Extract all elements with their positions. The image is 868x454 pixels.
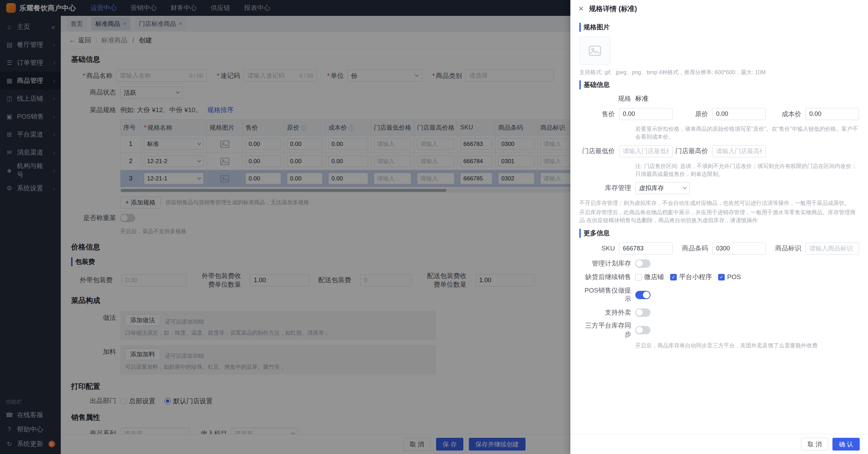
spec-image-section-title: 规格图片 [579,23,859,32]
sync-label: 三方平台库存同步 [579,322,631,338]
plan-stock-label: 管理计划库存 [579,259,631,268]
price-range-note: 注: 门店售价区间: 选填，不填则不允许门店改价；填写则允许有权限的门店在区间内… [635,162,859,178]
sku-label: SKU [579,245,615,252]
oos-option-label: 微店铺 [644,273,664,282]
drawer-barcode-input[interactable] [712,243,766,255]
oos-mini-program[interactable]: 平台小程序 [670,273,712,282]
store-max-label: 门店最高价 [673,147,708,156]
drawer-title: 规格详情 (标准) [589,4,637,13]
stock-note-2: 开启库存管理后，此商品将在物品档案中展示，并应用于进销存管理，一般用于酒水等零售… [579,208,859,224]
drawer-orig-price-input[interactable] [712,108,766,120]
oos-micro-shop[interactable]: 微店铺 [635,273,664,282]
drawer-sku-input[interactable] [619,243,673,255]
pos-hint-label: POS销售仅做提示 [579,286,631,303]
cost-price-label: 成本价 [766,110,801,119]
pos-hint-toggle[interactable] [635,291,650,299]
checkbox-icon [635,274,642,280]
spec-detail-drawer: × 规格详情 (标准) 规格图片 支持格式: gif、jpeg、png、bmp … [570,0,868,454]
checkbox-icon [718,274,725,280]
stock-mgmt-label: 库存管理 [579,184,631,193]
drawer-cancel-button[interactable]: 取 消 [801,438,828,451]
takeaway-label: 支持外卖 [579,308,631,317]
price-label: 售价 [579,110,615,119]
image-format-note: 支持格式: gif、jpeg、png、bmp 4种格式，推荐分辨率: 600*6… [579,68,859,76]
sync-note: 开启后，商品库存将自动同步至三方平台，美团外卖及饿了么需要额外收费 [635,342,859,349]
drawer-price-input[interactable] [619,108,673,120]
stock-mgmt-value: 虚拟库存 [639,184,664,192]
drawer-cost-price-input[interactable] [806,108,859,120]
drawer-header: × 规格详情 (标准) [570,0,868,17]
drawer-footer: 取 消 确 认 [570,434,868,454]
orig-price-label: 原价 [673,110,708,119]
drawer-store-min-input[interactable] [619,145,673,157]
drawer-close-icon[interactable]: × [579,4,584,13]
store-min-label: 门店最低价 [579,147,615,156]
sync-toggle[interactable] [635,326,650,334]
oos-option-label: POS [727,273,741,281]
mark-label: 商品标识 [766,244,801,253]
checkbox-icon [670,274,677,280]
price-note: 若要显示折扣价格，请将商品的原始价格填写至“原价”。在“售价”中输入较低的价格。… [635,125,859,141]
oos-options: 微店铺 平台小程序 POS [635,273,741,282]
drawer-mark-input[interactable] [806,243,859,255]
stock-note-1: 不开启库存管理：则为虚拟库存，不会自动生成对应物品，也依然可以进行沽清等操作，一… [579,199,859,207]
drawer-confirm-button[interactable]: 确 认 [832,438,860,451]
chevron-down-icon [683,185,686,189]
spec-label: 规格 [579,95,631,103]
drawer-basic-section-title: 基础信息 [579,80,859,89]
plan-stock-toggle[interactable] [635,259,650,268]
oos-option-label: 平台小程序 [679,273,712,282]
more-info-section-title: 更多信息 [579,229,859,238]
image-placeholder-icon [589,46,601,56]
drawer-body: 规格图片 支持格式: gif、jpeg、png、bmp 4种格式，推荐分辨率: … [570,17,868,434]
takeaway-toggle[interactable] [635,308,650,317]
barcode-label: 商品条码 [673,244,708,253]
stock-mgmt-select[interactable]: 虚拟库存 [635,182,690,194]
drawer-store-max-input[interactable] [712,145,766,157]
spec-value: 标准 [635,94,648,103]
spec-image-upload[interactable] [579,37,610,65]
oos-label: 缺货后继续销售 [579,273,631,282]
oos-pos[interactable]: POS [718,273,741,281]
